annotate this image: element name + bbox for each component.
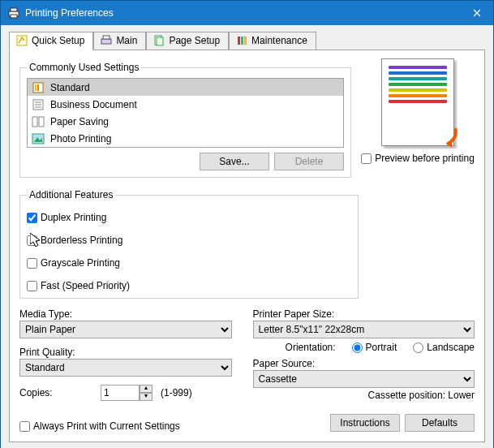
page-setup-icon	[153, 35, 165, 46]
svg-rect-13	[37, 84, 39, 91]
grayscale-printing-checkbox[interactable]: Grayscale Printing	[27, 257, 351, 269]
borderless-printing-checkbox[interactable]: Borderless Printing	[27, 235, 351, 246]
always-print-current-checkbox[interactable]: Always Print with Current Settings	[19, 420, 180, 432]
copies-spinner[interactable]: ▲ ▼	[101, 385, 152, 401]
maintenance-icon	[236, 35, 247, 46]
dialog-body: Quick Setup Main Page Setup Maintenance …	[1, 25, 493, 448]
delete-button[interactable]: Delete	[274, 153, 344, 170]
duplex-printing-checkbox[interactable]: Duplex Printing	[27, 212, 351, 223]
print-quality-label: Print Quality:	[19, 347, 232, 358]
svg-rect-10	[244, 37, 247, 45]
business-doc-icon	[31, 98, 45, 111]
media-type-select[interactable]: Plain Paper	[19, 321, 232, 338]
copies-input[interactable]	[101, 385, 140, 401]
paper-source-select[interactable]: Cassette	[253, 370, 475, 388]
checkbox-input[interactable]	[27, 213, 37, 223]
tab-label: Maintenance	[251, 35, 307, 46]
fast-speed-priority-checkbox[interactable]: Fast (Speed Priority)	[27, 280, 351, 291]
checkbox-input[interactable]	[27, 281, 37, 291]
group-legend: Additional Features	[27, 189, 115, 200]
media-type-label: Media Type:	[19, 308, 232, 320]
tab-label: Main	[116, 35, 137, 46]
page-preview	[381, 58, 454, 146]
commonly-used-settings-group: Commonly Used Settings Standard Business…	[19, 62, 351, 178]
checkbox-input[interactable]	[27, 235, 37, 246]
cassette-position: Cassette position: Lower	[253, 390, 475, 401]
group-legend: Commonly Used Settings	[27, 62, 141, 73]
list-item[interactable]: Photo Printing	[28, 130, 343, 147]
tab-label: Page Setup	[169, 35, 220, 46]
printer-icon	[7, 6, 20, 19]
checkbox-input[interactable]	[361, 153, 372, 164]
list-item-label: Photo Printing	[50, 133, 111, 144]
checkbox-label: Preview before printing	[375, 153, 475, 164]
copies-range: (1-999)	[161, 387, 192, 398]
spin-up-button[interactable]: ▲	[140, 385, 152, 393]
checkbox-input[interactable]	[27, 258, 37, 269]
tab-main[interactable]: Main	[93, 32, 146, 50]
list-item[interactable]: Standard	[28, 79, 343, 96]
checkbox-label: Fast (Speed Priority)	[41, 280, 130, 291]
checkbox-input[interactable]	[19, 421, 30, 432]
settings-listbox[interactable]: Standard Business Document Paper Saving	[27, 78, 344, 148]
standard-icon	[31, 81, 45, 94]
svg-rect-9	[241, 37, 243, 45]
window-title: Printing Preferences	[25, 7, 461, 19]
tab-page-setup[interactable]: Page Setup	[146, 32, 229, 50]
svg-rect-4	[101, 39, 111, 44]
tab-quick-setup[interactable]: Quick Setup	[9, 32, 93, 50]
duplex-arrow-icon	[436, 125, 460, 152]
print-quality-select[interactable]: Standard	[19, 359, 232, 377]
paper-size-label: Printer Paper Size:	[253, 308, 475, 320]
list-item[interactable]: Business Document	[28, 96, 343, 113]
svg-rect-7	[157, 37, 163, 45]
spin-down-button[interactable]: ▼	[140, 393, 152, 401]
tab-panel-quick-setup: Commonly Used Settings Standard Business…	[9, 50, 485, 442]
checkbox-label: Grayscale Printing	[41, 257, 120, 269]
tab-label: Quick Setup	[32, 35, 84, 46]
copies-label: Copies:	[19, 387, 92, 398]
orientation-label: Orientation:	[286, 342, 336, 353]
paper-size-select[interactable]: Letter 8.5"x11" 22x28cm	[253, 321, 475, 338]
preview-column: Preview before printing	[361, 57, 475, 184]
list-item-label: Paper Saving	[50, 116, 109, 127]
titlebar: Printing Preferences	[1, 1, 493, 25]
list-item-label: Business Document	[50, 99, 137, 110]
instructions-button[interactable]: Instructions	[330, 414, 400, 432]
orientation-landscape-radio[interactable]: Landscape	[413, 342, 475, 353]
printing-preferences-dialog: Printing Preferences Quick Setup Main Pa…	[0, 0, 494, 448]
orientation-portrait-radio[interactable]: Portrait	[352, 342, 397, 353]
list-item[interactable]: Paper Saving	[28, 113, 343, 130]
svg-rect-19	[39, 117, 44, 127]
checkbox-label: Always Print with Current Settings	[33, 420, 180, 432]
orientation-row: Orientation: Portrait Landscape	[253, 338, 475, 355]
svg-rect-12	[35, 84, 37, 91]
preview-before-printing-checkbox[interactable]: Preview before printing	[361, 153, 475, 164]
svg-rect-8	[238, 37, 240, 45]
defaults-button[interactable]: Defaults	[405, 414, 475, 432]
checkbox-label: Borderless Printing	[41, 235, 122, 246]
save-button[interactable]: Save...	[200, 153, 269, 170]
main-icon	[101, 35, 112, 46]
paper-saving-icon	[31, 115, 45, 128]
quick-setup-icon	[16, 35, 28, 46]
list-item-label: Standard	[50, 82, 90, 93]
svg-rect-2	[11, 15, 17, 18]
svg-rect-1	[11, 8, 17, 11]
tab-strip: Quick Setup Main Page Setup Maintenance	[9, 30, 485, 50]
svg-rect-5	[103, 36, 110, 39]
checkbox-label: Duplex Printing	[41, 212, 106, 223]
paper-source-label: Paper Source:	[253, 358, 475, 369]
additional-features-group: Additional Features Duplex Printing Bord…	[19, 189, 359, 299]
svg-rect-18	[32, 117, 37, 127]
close-button[interactable]	[461, 1, 493, 25]
tab-maintenance[interactable]: Maintenance	[229, 32, 316, 50]
photo-printing-icon	[31, 132, 45, 145]
